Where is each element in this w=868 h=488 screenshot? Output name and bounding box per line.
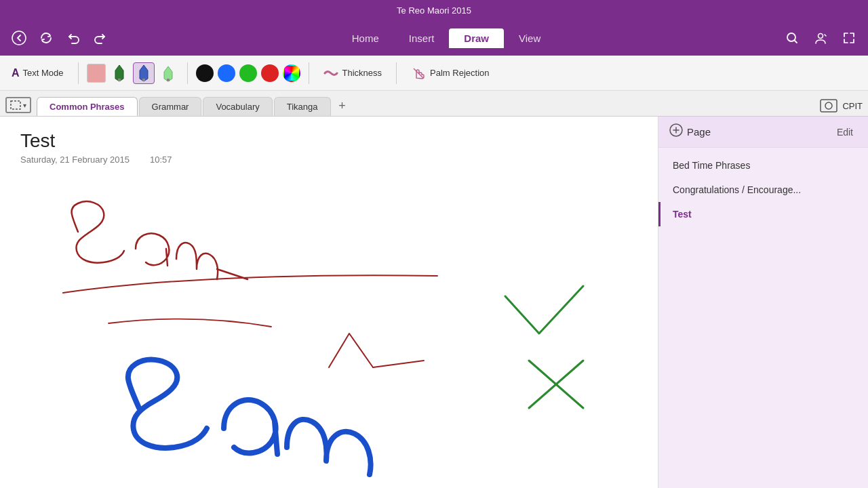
page-title: Test	[20, 130, 637, 152]
cpit-label-area: CPIT	[819, 98, 863, 116]
palm-rejection-label: Palm Rejection	[430, 68, 489, 78]
svg-rect-10	[11, 101, 20, 109]
tab-draw[interactable]: Draw	[449, 28, 504, 48]
page-meta: Saturday, 21 February 2015 10:57	[20, 155, 637, 165]
handwriting-red-sam	[63, 201, 437, 367]
palm-rejection-button[interactable]: Palm Rejection	[405, 62, 495, 84]
divider-1	[78, 62, 79, 84]
pen-tool-blue[interactable]	[133, 62, 155, 84]
pen-tool-green-marker[interactable]	[108, 62, 130, 84]
toolbar: A Text Mode	[0, 56, 868, 91]
thickness-icon	[323, 67, 338, 79]
tab-home[interactable]: Home	[337, 28, 394, 48]
sidebar-page-list: Bed Time Phrases Congratulations / Encou…	[658, 148, 868, 232]
navbar: Home Insert Draw View	[0, 20, 868, 56]
expand-button[interactable]	[837, 26, 861, 50]
tab-vocabulary[interactable]: Vocabulary	[203, 97, 272, 116]
page-add-icon	[669, 123, 683, 140]
tab-tikanga[interactable]: Tikanga	[274, 97, 331, 116]
app-title: Te Reo Maori 2015	[397, 5, 471, 16]
page-time: 10:57	[150, 155, 172, 165]
thickness-button[interactable]: Thickness	[317, 64, 389, 83]
nav-tabs: Home Insert Draw View	[115, 28, 777, 48]
handwriting-blue-sam-large	[128, 360, 371, 474]
sidebar-page-icon-label: Page	[669, 123, 711, 140]
sidebar-page-bed-time[interactable]: Bed Time Phrases	[658, 153, 868, 178]
svg-point-0	[12, 31, 26, 45]
redo-button[interactable]	[88, 26, 113, 50]
svg-rect-6	[142, 79, 145, 81]
back-button[interactable]	[7, 26, 31, 50]
svg-point-2	[818, 34, 823, 39]
tab-view[interactable]: View	[504, 28, 555, 48]
color-dot-black[interactable]	[196, 64, 214, 82]
account-button[interactable]	[808, 26, 833, 50]
notebook-tabs: ▾ Common Phrases Grammar Vocabulary Tika…	[0, 91, 868, 117]
drawing-canvas[interactable]	[0, 117, 658, 488]
color-dot-blue[interactable]	[218, 64, 235, 82]
sidebar-page-label: Page	[687, 126, 711, 138]
divider-3	[309, 62, 309, 84]
svg-rect-11	[821, 100, 837, 112]
color-dots	[196, 64, 300, 82]
cpit-label-text: CPIT	[842, 101, 863, 111]
main-content: Test Saturday, 21 February 2015 10:57	[0, 117, 868, 488]
rect-selector-tool[interactable]: ▾	[5, 97, 31, 113]
pen-tool-highlighter-green[interactable]	[157, 62, 179, 84]
color-dot-red[interactable]	[261, 64, 279, 82]
svg-point-1	[787, 33, 795, 41]
green-x	[529, 361, 583, 408]
svg-point-12	[825, 102, 832, 109]
undo-button[interactable]	[61, 26, 85, 50]
color-swatch-pink[interactable]	[87, 64, 106, 83]
rect-selector-dropdown-icon: ▾	[23, 102, 26, 109]
title-bar: Te Reo Maori 2015	[0, 0, 868, 20]
tab-add-button[interactable]: +	[332, 96, 353, 116]
divider-2	[187, 62, 188, 84]
nav-right-icons	[780, 26, 861, 50]
tab-insert[interactable]: Insert	[394, 28, 450, 48]
sidebar-page-test[interactable]: Test	[658, 202, 868, 226]
color-dot-palette[interactable]	[283, 64, 300, 82]
pen-colors	[87, 62, 179, 84]
tab-common-phrases[interactable]: Common Phrases	[37, 97, 138, 116]
green-checkmark	[505, 286, 583, 333]
thickness-label: Thickness	[342, 68, 382, 78]
page-area[interactable]: Test Saturday, 21 February 2015 10:57	[0, 117, 658, 488]
tab-grammar[interactable]: Grammar	[139, 97, 202, 116]
divider-4	[396, 62, 397, 84]
page-date: Saturday, 21 February 2015	[20, 155, 130, 165]
sidebar: Page Edit Bed Time Phrases Congratulatio…	[658, 117, 868, 488]
svg-rect-8	[167, 79, 170, 81]
svg-rect-4	[118, 79, 121, 81]
nav-left-icons	[7, 26, 113, 50]
sidebar-header: Page Edit	[658, 117, 868, 148]
sidebar-edit-button[interactable]: Edit	[833, 125, 857, 139]
text-mode-button[interactable]: A Text Mode	[5, 64, 70, 83]
text-mode-icon: A	[12, 67, 20, 79]
sidebar-page-congratulations[interactable]: Congratulations / Encourage...	[658, 178, 868, 202]
sync-button[interactable]	[34, 26, 58, 50]
cpit-icon	[819, 98, 838, 113]
text-mode-label: Text Mode	[23, 68, 64, 78]
color-dot-green[interactable]	[239, 64, 257, 82]
palm-rejection-icon	[411, 66, 426, 81]
search-button[interactable]	[780, 26, 804, 50]
